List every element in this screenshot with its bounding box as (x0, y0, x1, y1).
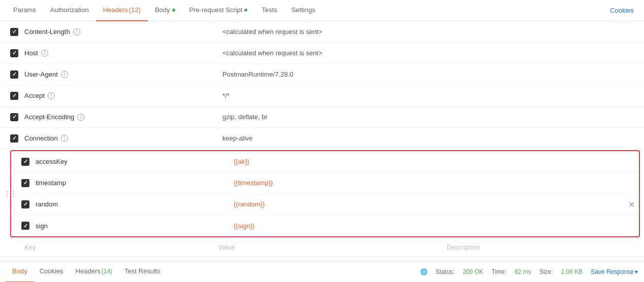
header-row-accept-encoding: Accept-Encoding i gzip, deflate, br (0, 107, 644, 128)
info-icon-accept-encoding[interactable]: i (77, 114, 84, 121)
header-row-accesskey: accessKey {{ak}} (11, 151, 639, 172)
checkbox-timestamp[interactable] (15, 179, 36, 187)
checkbox-accept-encoding[interactable] (4, 113, 24, 121)
tab-pre-request-script[interactable]: Pre-request Script (182, 0, 255, 21)
drag-handle-icon: ⋮⋮ (4, 190, 16, 197)
header-row-sign: sign {{sign}} (11, 215, 639, 236)
highlighted-headers-group: accessKey {{ak}} timestamp {{timestamp}} (10, 150, 640, 237)
tab-body[interactable]: Body (148, 0, 182, 21)
empty-key-row: Key Value Description (0, 238, 644, 257)
pre-request-dot (244, 9, 247, 12)
top-tab-bar: Params Authorization Headers (12) Body P… (0, 0, 644, 21)
header-row-connection: Connection i keep-alive (0, 128, 644, 149)
info-icon-content-length[interactable]: i (73, 28, 80, 36)
checkbox-sign[interactable] (15, 222, 36, 230)
header-row-user-agent: User-Agent i PostmanRuntime/7.28.0 (0, 64, 644, 85)
save-response-button[interactable]: Save Response ▾ (591, 268, 638, 275)
header-row-host: Host i <calculated when request is sent> (0, 43, 644, 64)
tab-tests[interactable]: Tests (254, 0, 284, 21)
header-row-timestamp: timestamp {{timestamp}} (11, 172, 639, 194)
bottom-tab-headers[interactable]: Headers (14) (70, 261, 118, 283)
main-content: Content-Length i <calculated when reques… (0, 21, 644, 261)
tab-authorization[interactable]: Authorization (43, 0, 96, 21)
info-icon-user-agent[interactable]: i (61, 71, 68, 78)
tab-settings[interactable]: Settings (284, 0, 323, 21)
info-icon-host[interactable]: i (41, 50, 48, 57)
headers-table: Content-Length i <calculated when reques… (0, 21, 644, 261)
status-area: 🌐 Status: 200 OK Time: 62 ms Size: 1.06 … (420, 268, 638, 275)
tab-headers[interactable]: Headers (12) (96, 0, 148, 21)
tab-params[interactable]: Params (6, 0, 43, 21)
checkbox-accept[interactable] (4, 92, 24, 100)
info-icon-connection[interactable]: i (61, 135, 68, 142)
checkbox-user-agent[interactable] (4, 70, 24, 79)
info-icon-accept[interactable]: i (48, 92, 55, 99)
checkbox-random[interactable] (15, 200, 36, 208)
bottom-tab-cookies[interactable]: Cookies (34, 261, 70, 283)
checkbox-content-length[interactable] (4, 28, 24, 36)
checkbox-host[interactable] (4, 49, 24, 57)
cookies-link[interactable]: Cookies (606, 7, 638, 14)
globe-icon[interactable]: 🌐 (420, 268, 428, 275)
header-row-accept: Accept i */* (0, 85, 644, 107)
checkbox-connection[interactable] (4, 134, 24, 143)
header-row-random: random {{random}} ✕ (11, 194, 639, 215)
header-row-content-length: Content-Length i <calculated when reques… (0, 21, 644, 43)
delete-random-icon[interactable]: ✕ (628, 199, 635, 209)
body-dot (172, 9, 175, 12)
checkbox-accesskey[interactable] (15, 158, 36, 166)
bottom-tab-test-results[interactable]: Test Results (118, 261, 167, 283)
bottom-tab-body[interactable]: Body (6, 261, 34, 283)
bottom-bar: Body Cookies Headers (14) Test Results 🌐… (0, 261, 644, 282)
